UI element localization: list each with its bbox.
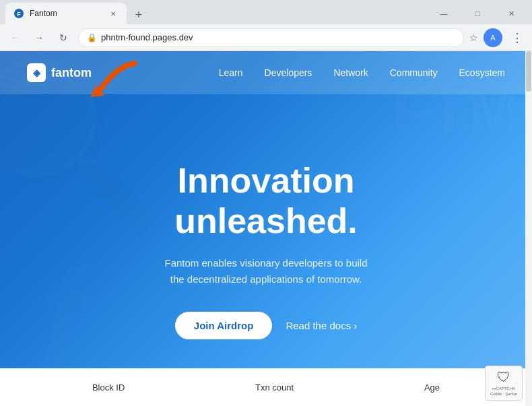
read-docs-button[interactable]: Read the docs › [286,320,357,331]
site-navbar: ◈ fantom Learn Developers Network Commun… [0,51,532,94]
logo-icon: ◈ [27,63,46,82]
bookmark-icon[interactable]: ☆ [469,32,478,43]
active-tab[interactable]: F Fantom ✕ [5,3,127,24]
nav-link-ecosystem[interactable]: Ecosystem [459,67,505,78]
tab-bar: F Fantom ✕ + — □ ✕ [0,0,532,24]
nav-link-learn[interactable]: Learn [219,67,243,78]
address-bar[interactable]: 🔒 phntm-found.pages.dev [78,28,464,47]
hero-title-line1: Innovation [178,161,355,200]
hero-title-line2: unleashed. [174,201,358,240]
refresh-button[interactable]: ↻ [54,28,73,47]
menu-button[interactable]: ⋮ [508,28,527,47]
join-airdrop-button[interactable]: Join Airdrop [175,312,273,339]
hero-section: 🔍 f FTM ◈ fantom Learn Developers Networ… [0,51,532,406]
site-content: 🔍 f FTM ◈ fantom Learn Developers Networ… [0,51,532,406]
address-text: phntm-found.pages.dev [101,32,455,42]
logo-text: fantom [51,66,92,80]
recaptcha-label: reCAPTCHAGizlilik · Şartlar [490,386,517,396]
new-tab-button[interactable]: + [129,5,148,24]
site-nav: Learn Developers Network Community Ecosy… [219,67,505,78]
window-controls: — □ ✕ [428,3,527,24]
scrollbar[interactable] [525,51,532,406]
browser-frame: F Fantom ✕ + — □ ✕ ← → ↻ 🔒 phntm-found.p… [0,0,532,406]
hero-subtitle: Fantom enables visionary developers to b… [164,255,367,287]
stat-txn-count: Txn count [255,382,294,393]
profile-button[interactable]: A [484,28,502,47]
forward-button[interactable]: → [30,28,48,47]
nav-link-community[interactable]: Community [390,67,438,78]
close-button[interactable]: ✕ [496,3,527,24]
stats-bar: Block ID Txn count Age [0,368,532,406]
nav-link-developers[interactable]: Developers [265,67,312,78]
tab-favicon: F [13,8,24,19]
hero-title: Innovation unleashed. [164,161,367,242]
nav-link-network[interactable]: Network [333,67,368,78]
read-docs-arrow: › [354,320,357,331]
stat-block-id: Block ID [92,382,125,393]
hero-content: Innovation unleashed. Fantom enables vis… [164,161,367,339]
recaptcha-badge: 🛡 reCAPTCHAGizlilik · Şartlar [485,366,523,401]
minimize-button[interactable]: — [428,3,459,24]
recaptcha-icon: 🛡 [497,370,510,385]
svg-text:F: F [17,11,21,18]
tab-title: Fantom [30,9,102,18]
lock-icon: 🔒 [87,33,97,42]
maximize-button[interactable]: □ [462,3,493,24]
address-bar-row: ← → ↻ 🔒 phntm-found.pages.dev ☆ A ⋮ [0,24,532,51]
tab-close-button[interactable]: ✕ [108,8,119,19]
stat-age: Age [424,382,440,393]
hero-buttons: Join Airdrop Read the docs › [164,312,367,339]
read-docs-label: Read the docs [286,320,351,331]
back-button[interactable]: ← [5,28,24,47]
site-logo[interactable]: ◈ fantom [27,63,92,82]
